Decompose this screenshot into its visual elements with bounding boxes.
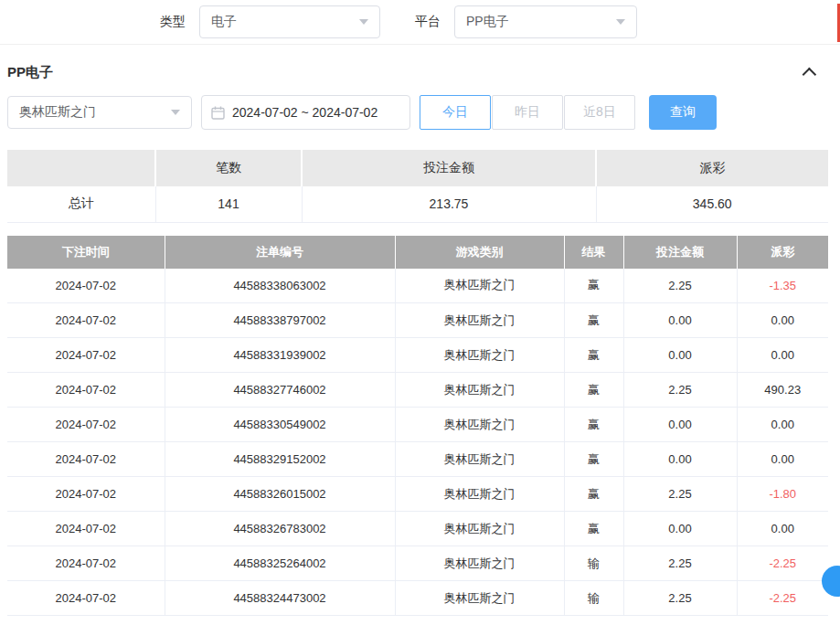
date-range-input[interactable]: 2024-07-02 ~ 2024-07-02 [201,95,410,130]
section-header: PP电子 [0,45,840,81]
cell-payout: -2.25 [737,581,828,616]
cell-bet-time: 2024-07-02 [7,408,165,442]
cell-bet-time: 2024-07-02 [7,512,165,546]
query-button[interactable]: 查询 [649,95,717,130]
calendar-icon [211,106,225,120]
cell-payout: 0.00 [737,512,828,546]
table-row: 2024-07-0244588338797002奥林匹斯之门赢0.000.00 [7,303,828,338]
table-row: 2024-07-0244588327746002奥林匹斯之门赢2.25490.2… [7,373,828,408]
platform-select[interactable]: PP电子 [454,5,637,38]
cell-bet-time: 2024-07-02 [7,373,165,408]
cell-bet-time: 2024-07-02 [7,338,165,373]
cell-bet-id: 44588325264002 [165,546,395,581]
cell-payout: 0.00 [737,303,828,338]
cell-payout: -1.80 [737,477,828,512]
cell-result: 赢 [564,373,623,408]
header-bet-time: 下注时间 [7,236,165,269]
cell-game-type: 奥林匹斯之门 [395,303,564,338]
header-bet-id: 注单编号 [165,236,395,269]
type-select-value: 电子 [211,14,237,30]
cell-bet-amount: 0.00 [623,338,737,373]
cell-game-type: 奥林匹斯之门 [395,546,564,581]
summary-total-row: 总计 141 213.75 345.60 [7,186,828,222]
cell-bet-amount: 0.00 [623,408,737,442]
cell-payout: 0.00 [737,338,828,373]
cell-payout: -1.35 [737,269,828,303]
summary-total-payout: 345.60 [596,186,828,222]
platform-label: 平台 [415,14,441,30]
header-bet-amount: 投注金额 [623,236,737,269]
cell-bet-amount: 2.25 [623,373,737,408]
records-table: 下注时间 注单编号 游戏类别 结果 投注金额 派彩 2024-07-024458… [7,236,828,617]
cell-bet-id: 44588326015002 [165,477,395,512]
quick-range-button-2[interactable]: 近8日 [564,95,635,130]
cell-game-type: 奥林匹斯之门 [395,477,564,512]
quick-range-button-1[interactable]: 昨日 [492,95,563,130]
cell-result: 赢 [564,408,623,442]
cell-result: 赢 [564,269,623,303]
game-select[interactable]: 奥林匹斯之门 [7,96,192,129]
cell-payout: 0.00 [737,408,828,442]
cell-bet-id: 44588329152002 [165,442,395,477]
type-select[interactable]: 电子 [199,5,380,38]
summary-total-bet-amount: 213.75 [302,186,596,222]
records-body: 2024-07-0244588338063002奥林匹斯之门赢2.25-1.35… [7,269,828,616]
cell-result: 赢 [564,338,623,373]
table-row: 2024-07-0244588338063002奥林匹斯之门赢2.25-1.35 [7,269,828,303]
topbar: 类型 电子 平台 PP电子 [0,0,840,45]
cell-bet-id: 44588330549002 [165,408,395,442]
cell-bet-time: 2024-07-02 [7,581,165,616]
summary-header-bet-amount: 投注金额 [302,150,596,186]
header-result: 结果 [564,236,623,269]
table-row: 2024-07-0244588331939002奥林匹斯之门赢0.000.00 [7,338,828,373]
chevron-down-icon [616,19,625,25]
date-range-value: 2024-07-02 ~ 2024-07-02 [232,105,377,120]
cell-bet-time: 2024-07-02 [7,269,165,303]
cell-result: 赢 [564,442,623,477]
table-row: 2024-07-0244588330549002奥林匹斯之门赢0.000.00 [7,408,828,442]
cell-payout: 490.23 [737,373,828,408]
header-payout: 派彩 [737,236,828,269]
cell-bet-id: 44588326783002 [165,512,395,546]
cell-bet-amount: 2.25 [623,546,737,581]
cell-game-type: 奥林匹斯之门 [395,373,564,408]
cell-game-type: 奥林匹斯之门 [395,408,564,442]
cell-game-type: 奥林匹斯之门 [395,338,564,373]
filter-row: 奥林匹斯之门 2024-07-02 ~ 2024-07-02 今日昨日近8日 查… [0,95,840,130]
cell-game-type: 奥林匹斯之门 [395,512,564,546]
cell-bet-id: 44588338063002 [165,269,395,303]
cell-bet-amount: 0.00 [623,512,737,546]
cell-result: 输 [564,581,623,616]
cell-bet-amount: 2.25 [623,269,737,303]
cell-game-type: 奥林匹斯之门 [395,269,564,303]
records-header-row: 下注时间 注单编号 游戏类别 结果 投注金额 派彩 [7,236,828,269]
cell-result: 赢 [564,512,623,546]
cell-bet-id: 44588331939002 [165,338,395,373]
summary-total-count: 141 [155,186,302,222]
summary-header-payout: 派彩 [596,150,828,186]
cell-result: 赢 [564,477,623,512]
cell-bet-amount: 2.25 [623,477,737,512]
summary-table: 笔数 投注金额 派彩 总计 141 213.75 345.60 [7,150,828,223]
cell-game-type: 奥林匹斯之门 [395,581,564,616]
table-row: 2024-07-0244588326783002奥林匹斯之门赢0.000.00 [7,512,828,546]
summary-total-label: 总计 [7,186,155,222]
quick-range-button-0[interactable]: 今日 [420,95,491,130]
cell-bet-amount: 0.00 [623,442,737,477]
summary-header-count: 笔数 [155,150,302,186]
table-row: 2024-07-0244588329152002奥林匹斯之门赢0.000.00 [7,442,828,477]
header-game-type: 游戏类别 [395,236,564,269]
game-select-value: 奥林匹斯之门 [19,104,96,121]
collapse-chevron-up-icon[interactable] [803,68,817,82]
table-row: 2024-07-0244588325264002奥林匹斯之门输2.25-2.25 [7,546,828,581]
quick-range-group: 今日昨日近8日 [420,95,636,130]
section-title: PP电子 [7,64,53,81]
cell-bet-time: 2024-07-02 [7,303,165,338]
cell-bet-amount: 0.00 [623,303,737,338]
platform-select-value: PP电子 [466,14,509,30]
table-row: 2024-07-0244588326015002奥林匹斯之门赢2.25-1.80 [7,477,828,512]
cell-bet-amount: 2.25 [623,581,737,616]
summary-header-row: 笔数 投注金额 派彩 [7,150,828,186]
cell-payout: 0.00 [737,442,828,477]
cell-bet-id: 44588327746002 [165,373,395,408]
